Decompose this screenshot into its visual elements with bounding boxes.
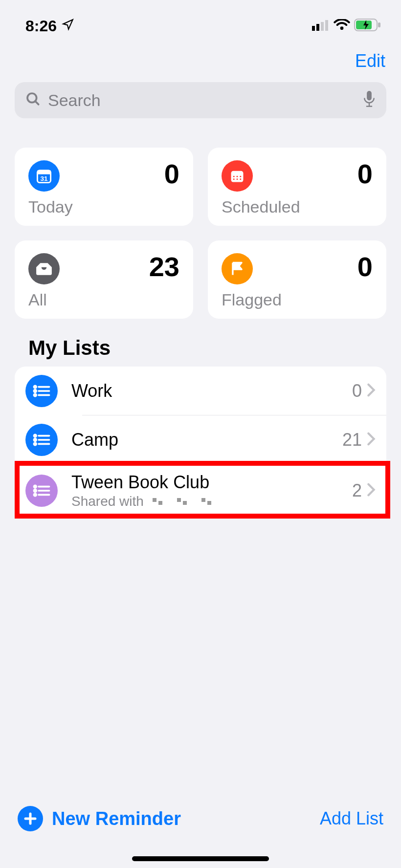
svg-point-18 <box>237 176 238 177</box>
list-bullet-icon <box>25 424 58 456</box>
smartlist-all[interactable]: 23 All <box>15 240 193 319</box>
flagged-count: 0 <box>357 253 373 281</box>
today-count: 0 <box>164 160 179 188</box>
battery-icon <box>354 19 381 33</box>
svg-line-9 <box>35 101 39 105</box>
svg-rect-2 <box>321 22 324 31</box>
dictate-icon[interactable] <box>363 91 376 109</box>
status-time: 8:26 <box>25 17 57 35</box>
svg-rect-3 <box>325 20 328 31</box>
svg-rect-7 <box>378 22 380 27</box>
flagged-label: Flagged <box>222 290 373 309</box>
list-bullet-icon <box>25 375 58 407</box>
cellular-icon <box>312 19 330 33</box>
list-count: 0 <box>352 381 362 401</box>
chevron-right-icon <box>367 382 376 401</box>
all-count: 23 <box>149 253 179 281</box>
list-row-work[interactable]: Work 0 <box>15 367 386 415</box>
edit-button[interactable]: Edit <box>355 51 385 71</box>
svg-point-35 <box>34 485 36 488</box>
list-name: Camp <box>71 430 342 450</box>
today-icon: 31 <box>28 160 60 192</box>
svg-rect-1 <box>316 24 319 31</box>
add-list-button[interactable]: Add List <box>320 808 383 829</box>
scheduled-icon <box>222 160 253 192</box>
my-lists: Work 0 Camp 21 <box>15 367 386 517</box>
redacted-avatar <box>200 496 217 507</box>
all-icon <box>28 253 60 284</box>
search-input[interactable] <box>48 91 356 110</box>
chevron-right-icon <box>367 431 376 450</box>
smartlist-scheduled[interactable]: 0 Scheduled <box>208 148 386 226</box>
smartlist-today[interactable]: 31 0 Today <box>15 148 193 226</box>
svg-rect-10 <box>367 91 372 100</box>
wifi-icon <box>334 19 350 33</box>
list-row-camp[interactable]: Camp 21 <box>15 415 386 464</box>
svg-point-33 <box>34 443 36 445</box>
list-count: 21 <box>342 430 362 450</box>
svg-point-19 <box>240 176 241 177</box>
svg-point-23 <box>34 386 36 388</box>
smartlist-flagged[interactable]: 0 Flagged <box>208 240 386 319</box>
plus-circle-icon <box>18 806 43 831</box>
location-icon <box>62 18 74 34</box>
list-row-tween-book-club[interactable]: Tween Book Club Shared with 2 <box>15 464 386 517</box>
svg-point-37 <box>34 490 36 492</box>
scheduled-count: 0 <box>357 160 373 188</box>
list-name: Tween Book Club <box>71 472 352 493</box>
status-bar: 8:26 <box>0 0 401 39</box>
list-name: Work <box>71 381 352 401</box>
all-label: All <box>28 290 179 309</box>
list-bullet-icon <box>25 475 58 507</box>
svg-point-17 <box>233 176 235 177</box>
list-count: 2 <box>352 480 362 501</box>
svg-point-21 <box>237 178 238 180</box>
redacted-avatar <box>151 496 168 507</box>
svg-point-31 <box>34 439 36 441</box>
svg-point-20 <box>233 178 235 180</box>
section-title-mylists: My Lists <box>0 319 401 367</box>
new-reminder-button[interactable]: New Reminder <box>18 806 181 831</box>
svg-rect-0 <box>312 26 315 31</box>
svg-point-27 <box>34 394 36 396</box>
scheduled-label: Scheduled <box>222 197 373 217</box>
svg-point-4 <box>340 26 344 30</box>
svg-point-22 <box>240 178 241 180</box>
svg-point-29 <box>34 434 36 437</box>
svg-rect-14 <box>37 171 50 174</box>
home-indicator[interactable] <box>132 856 269 861</box>
svg-text:31: 31 <box>40 175 48 182</box>
redacted-avatar <box>175 496 193 507</box>
list-shared-with: Shared with <box>71 494 352 509</box>
today-label: Today <box>28 197 179 217</box>
new-reminder-label: New Reminder <box>52 808 181 829</box>
svg-point-39 <box>34 494 36 496</box>
flagged-icon <box>222 253 253 284</box>
search-bar[interactable] <box>15 82 386 118</box>
chevron-right-icon <box>367 481 376 500</box>
search-icon <box>25 91 41 109</box>
svg-point-25 <box>34 390 36 392</box>
